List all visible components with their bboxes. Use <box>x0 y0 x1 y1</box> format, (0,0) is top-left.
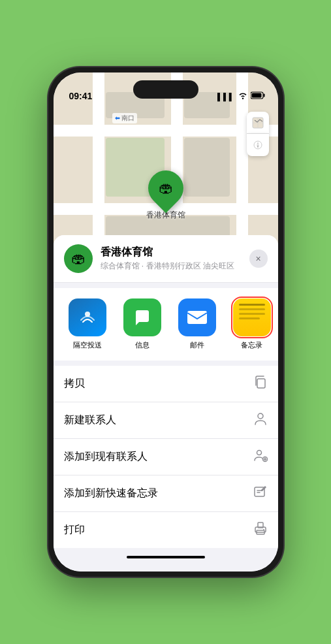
bottom-sheet: 🏟 香港体育馆 综合体育馆 · 香港特别行政区 油尖旺区 × <box>54 235 278 572</box>
venue-icon: 🏟 <box>64 244 93 273</box>
notes-line-1 <box>239 304 265 306</box>
pin-circle: 🏟 <box>140 163 190 213</box>
action-new-contact[interactable]: 新建联系人 <box>54 402 278 439</box>
notes-line-2 <box>239 308 265 310</box>
action-add-quick-note-label: 添加到新快速备忘录 <box>64 487 158 500</box>
pin-inner-icon: 🏟 <box>159 180 173 197</box>
wifi-icon <box>238 92 247 101</box>
notes-label: 备忘录 <box>241 340 262 350</box>
notes-icon <box>233 298 271 336</box>
location-pin: 🏟 香港体育馆 <box>146 170 185 221</box>
action-print[interactable]: 打印 <box>54 512 278 548</box>
action-new-contact-label: 新建联系人 <box>64 413 116 427</box>
dynamic-island <box>133 80 198 99</box>
close-button[interactable]: × <box>249 250 268 268</box>
battery-icon <box>251 91 265 101</box>
new-contact-icon <box>253 411 268 429</box>
venue-name: 香港体育馆 <box>101 246 242 259</box>
quick-note-icon <box>253 485 268 502</box>
airdrop-icon <box>69 298 106 336</box>
share-row: 隔空投送 信息 <box>54 288 278 361</box>
copy-icon <box>253 375 268 393</box>
map-label: ⬅ 南口 <box>112 113 138 123</box>
action-copy[interactable]: 拷贝 <box>54 366 278 402</box>
share-item-messages[interactable]: 信息 <box>119 298 166 350</box>
action-print-label: 打印 <box>64 523 85 537</box>
phone-screen: 09:41 ▌▌▌ <box>54 72 278 572</box>
share-item-notes[interactable]: 备忘录 <box>229 298 276 350</box>
map-type-button[interactable] <box>247 112 269 134</box>
svg-point-8 <box>258 413 263 419</box>
svg-rect-7 <box>257 379 265 388</box>
svg-point-9 <box>257 451 261 455</box>
share-item-airdrop[interactable]: 隔空投送 <box>64 298 111 350</box>
action-copy-label: 拷贝 <box>64 377 85 391</box>
action-list: 拷贝 新建联系人 <box>54 366 278 548</box>
airdrop-label: 隔空投送 <box>73 340 102 350</box>
action-add-existing-contact[interactable]: 添加到现有联系人 <box>54 439 278 475</box>
status-time: 09:41 <box>67 91 93 101</box>
map-block <box>184 138 230 197</box>
add-existing-contact-icon <box>253 448 268 466</box>
signal-icon: ▌▌▌ <box>217 93 234 101</box>
notes-line-4 <box>239 317 260 319</box>
messages-label: 信息 <box>135 340 150 350</box>
svg-rect-1 <box>263 94 264 97</box>
map-controls <box>247 112 269 156</box>
phone-frame: 09:41 ▌▌▌ <box>48 67 283 577</box>
messages-icon <box>123 298 161 336</box>
mail-label: 邮件 <box>190 340 204 350</box>
bottom-indicator <box>127 556 205 558</box>
notes-lines <box>239 304 265 319</box>
svg-rect-6 <box>187 311 207 324</box>
notes-highlight-border <box>233 298 271 336</box>
action-add-existing-label: 添加到现有联系人 <box>64 450 148 464</box>
venue-description: 综合体育馆 · 香港特别行政区 油尖旺区 <box>101 261 242 272</box>
notes-line-3 <box>239 313 265 315</box>
status-icons: ▌▌▌ <box>217 91 264 101</box>
share-item-mail[interactable]: 邮件 <box>174 298 221 350</box>
venue-card: 🏟 香港体育馆 综合体育馆 · 香港特别行政区 油尖旺区 × <box>54 235 278 283</box>
svg-point-15 <box>263 529 264 530</box>
print-icon <box>253 521 268 539</box>
venue-info: 香港体育馆 综合体育馆 · 香港特别行政区 油尖旺区 <box>101 246 242 272</box>
svg-rect-2 <box>251 93 261 98</box>
compass-button[interactable] <box>247 134 269 156</box>
venue-emoji-icon: 🏟 <box>71 250 86 267</box>
action-add-quick-note[interactable]: 添加到新快速备忘录 <box>54 475 278 512</box>
mail-icon <box>178 298 216 336</box>
